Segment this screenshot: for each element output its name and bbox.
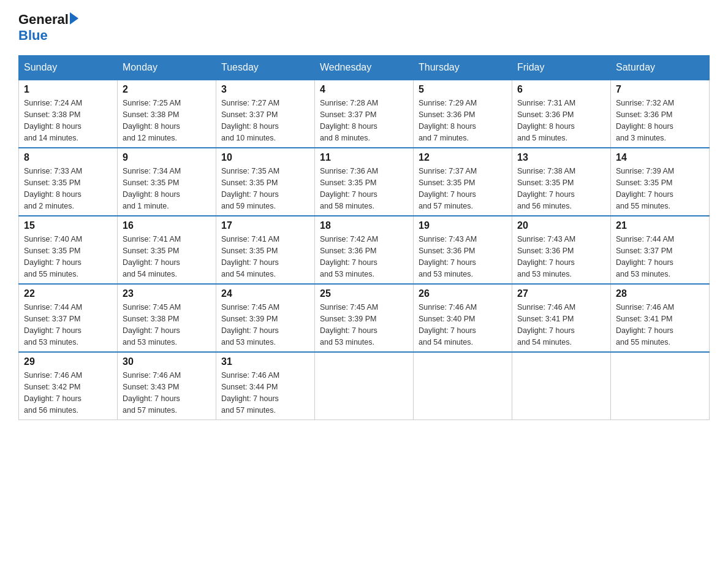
day-cell-6: 6 Sunrise: 7:31 AMSunset: 3:36 PMDayligh… — [512, 80, 611, 148]
day-info: Sunrise: 7:37 AMSunset: 3:35 PMDaylight:… — [419, 166, 507, 212]
day-cell-23: 23 Sunrise: 7:45 AMSunset: 3:38 PMDaylig… — [118, 284, 216, 352]
day-info: Sunrise: 7:46 AMSunset: 3:44 PMDaylight:… — [221, 370, 309, 416]
day-cell-11: 11 Sunrise: 7:36 AMSunset: 3:35 PMDaylig… — [315, 148, 414, 216]
day-info: Sunrise: 7:46 AMSunset: 3:41 PMDaylight:… — [517, 302, 605, 348]
day-cell-9: 9 Sunrise: 7:34 AMSunset: 3:35 PMDayligh… — [118, 148, 216, 216]
week-row-2: 8 Sunrise: 7:33 AMSunset: 3:35 PMDayligh… — [19, 148, 710, 216]
day-info: Sunrise: 7:45 AMSunset: 3:38 PMDaylight:… — [123, 302, 211, 348]
day-info: Sunrise: 7:40 AMSunset: 3:35 PMDaylight:… — [24, 234, 112, 280]
logo-blue: Blue — [18, 28, 48, 43]
week-row-3: 15 Sunrise: 7:40 AMSunset: 3:35 PMDaylig… — [19, 216, 710, 284]
day-info: Sunrise: 7:29 AMSunset: 3:36 PMDaylight:… — [419, 98, 507, 144]
day-cell-22: 22 Sunrise: 7:44 AMSunset: 3:37 PMDaylig… — [19, 284, 118, 352]
logo: General Blue — [18, 12, 78, 43]
day-number: 10 — [221, 152, 309, 163]
day-info: Sunrise: 7:24 AMSunset: 3:38 PMDaylight:… — [24, 98, 112, 144]
empty-cell — [512, 352, 611, 420]
day-number: 4 — [320, 84, 408, 95]
day-number: 21 — [616, 220, 704, 231]
col-header-thursday: Thursday — [414, 56, 512, 80]
day-info: Sunrise: 7:27 AMSunset: 3:37 PMDaylight:… — [221, 98, 309, 144]
day-info: Sunrise: 7:41 AMSunset: 3:35 PMDaylight:… — [123, 234, 211, 280]
day-number: 25 — [320, 288, 408, 299]
day-info: Sunrise: 7:25 AMSunset: 3:38 PMDaylight:… — [123, 98, 211, 144]
day-number: 31 — [221, 356, 309, 367]
day-cell-30: 30 Sunrise: 7:46 AMSunset: 3:43 PMDaylig… — [118, 352, 216, 420]
day-number: 7 — [616, 84, 704, 95]
day-number: 19 — [419, 220, 507, 231]
day-info: Sunrise: 7:39 AMSunset: 3:35 PMDaylight:… — [616, 166, 704, 212]
day-info: Sunrise: 7:33 AMSunset: 3:35 PMDaylight:… — [24, 166, 112, 212]
day-cell-28: 28 Sunrise: 7:46 AMSunset: 3:41 PMDaylig… — [611, 284, 710, 352]
day-cell-14: 14 Sunrise: 7:39 AMSunset: 3:35 PMDaylig… — [611, 148, 710, 216]
day-cell-29: 29 Sunrise: 7:46 AMSunset: 3:42 PMDaylig… — [19, 352, 118, 420]
day-info: Sunrise: 7:45 AMSunset: 3:39 PMDaylight:… — [221, 302, 309, 348]
day-number: 2 — [123, 84, 211, 95]
day-number: 29 — [24, 356, 112, 367]
calendar-table: SundayMondayTuesdayWednesdayThursdayFrid… — [18, 55, 710, 420]
logo-general: General — [18, 12, 69, 27]
day-number: 6 — [517, 84, 605, 95]
day-cell-5: 5 Sunrise: 7:29 AMSunset: 3:36 PMDayligh… — [414, 80, 512, 148]
day-info: Sunrise: 7:35 AMSunset: 3:35 PMDaylight:… — [221, 166, 309, 212]
week-row-1: 1 Sunrise: 7:24 AMSunset: 3:38 PMDayligh… — [19, 80, 710, 148]
day-cell-1: 1 Sunrise: 7:24 AMSunset: 3:38 PMDayligh… — [19, 80, 118, 148]
day-info: Sunrise: 7:42 AMSunset: 3:36 PMDaylight:… — [320, 234, 408, 280]
day-number: 14 — [616, 152, 704, 163]
day-number: 27 — [517, 288, 605, 299]
calendar-header-row: SundayMondayTuesdayWednesdayThursdayFrid… — [19, 56, 710, 80]
day-info: Sunrise: 7:38 AMSunset: 3:35 PMDaylight:… — [517, 166, 605, 212]
day-cell-18: 18 Sunrise: 7:42 AMSunset: 3:36 PMDaylig… — [315, 216, 414, 284]
day-number: 23 — [123, 288, 211, 299]
day-info: Sunrise: 7:46 AMSunset: 3:42 PMDaylight:… — [24, 370, 112, 416]
day-number: 13 — [517, 152, 605, 163]
day-cell-26: 26 Sunrise: 7:46 AMSunset: 3:40 PMDaylig… — [414, 284, 512, 352]
day-cell-25: 25 Sunrise: 7:45 AMSunset: 3:39 PMDaylig… — [315, 284, 414, 352]
day-cell-20: 20 Sunrise: 7:43 AMSunset: 3:36 PMDaylig… — [512, 216, 611, 284]
day-info: Sunrise: 7:43 AMSunset: 3:36 PMDaylight:… — [517, 234, 605, 280]
page-header: General Blue — [18, 12, 710, 43]
day-number: 26 — [419, 288, 507, 299]
col-header-tuesday: Tuesday — [216, 56, 315, 80]
empty-cell — [611, 352, 710, 420]
day-cell-24: 24 Sunrise: 7:45 AMSunset: 3:39 PMDaylig… — [216, 284, 315, 352]
day-number: 1 — [24, 84, 112, 95]
day-cell-8: 8 Sunrise: 7:33 AMSunset: 3:35 PMDayligh… — [19, 148, 118, 216]
empty-cell — [315, 352, 414, 420]
day-cell-12: 12 Sunrise: 7:37 AMSunset: 3:35 PMDaylig… — [414, 148, 512, 216]
week-row-5: 29 Sunrise: 7:46 AMSunset: 3:42 PMDaylig… — [19, 352, 710, 420]
day-cell-13: 13 Sunrise: 7:38 AMSunset: 3:35 PMDaylig… — [512, 148, 611, 216]
day-number: 8 — [24, 152, 112, 163]
day-cell-2: 2 Sunrise: 7:25 AMSunset: 3:38 PMDayligh… — [118, 80, 216, 148]
day-number: 16 — [123, 220, 211, 231]
day-info: Sunrise: 7:46 AMSunset: 3:40 PMDaylight:… — [419, 302, 507, 348]
day-info: Sunrise: 7:36 AMSunset: 3:35 PMDaylight:… — [320, 166, 408, 212]
day-cell-27: 27 Sunrise: 7:46 AMSunset: 3:41 PMDaylig… — [512, 284, 611, 352]
day-number: 11 — [320, 152, 408, 163]
col-header-friday: Friday — [512, 56, 611, 80]
col-header-saturday: Saturday — [611, 56, 710, 80]
day-info: Sunrise: 7:32 AMSunset: 3:36 PMDaylight:… — [616, 98, 704, 144]
day-info: Sunrise: 7:41 AMSunset: 3:35 PMDaylight:… — [221, 234, 309, 280]
day-info: Sunrise: 7:34 AMSunset: 3:35 PMDaylight:… — [123, 166, 211, 212]
day-number: 3 — [221, 84, 309, 95]
day-number: 12 — [419, 152, 507, 163]
day-cell-10: 10 Sunrise: 7:35 AMSunset: 3:35 PMDaylig… — [216, 148, 315, 216]
col-header-wednesday: Wednesday — [315, 56, 414, 80]
day-cell-19: 19 Sunrise: 7:43 AMSunset: 3:36 PMDaylig… — [414, 216, 512, 284]
day-cell-3: 3 Sunrise: 7:27 AMSunset: 3:37 PMDayligh… — [216, 80, 315, 148]
day-cell-16: 16 Sunrise: 7:41 AMSunset: 3:35 PMDaylig… — [118, 216, 216, 284]
day-info: Sunrise: 7:28 AMSunset: 3:37 PMDaylight:… — [320, 98, 408, 144]
day-number: 15 — [24, 220, 112, 231]
day-number: 24 — [221, 288, 309, 299]
col-header-sunday: Sunday — [19, 56, 118, 80]
day-number: 20 — [517, 220, 605, 231]
day-info: Sunrise: 7:45 AMSunset: 3:39 PMDaylight:… — [320, 302, 408, 348]
empty-cell — [414, 352, 512, 420]
day-info: Sunrise: 7:31 AMSunset: 3:36 PMDaylight:… — [517, 98, 605, 144]
day-info: Sunrise: 7:44 AMSunset: 3:37 PMDaylight:… — [616, 234, 704, 280]
day-info: Sunrise: 7:46 AMSunset: 3:41 PMDaylight:… — [616, 302, 704, 348]
day-number: 5 — [419, 84, 507, 95]
day-info: Sunrise: 7:46 AMSunset: 3:43 PMDaylight:… — [123, 370, 211, 416]
week-row-4: 22 Sunrise: 7:44 AMSunset: 3:37 PMDaylig… — [19, 284, 710, 352]
